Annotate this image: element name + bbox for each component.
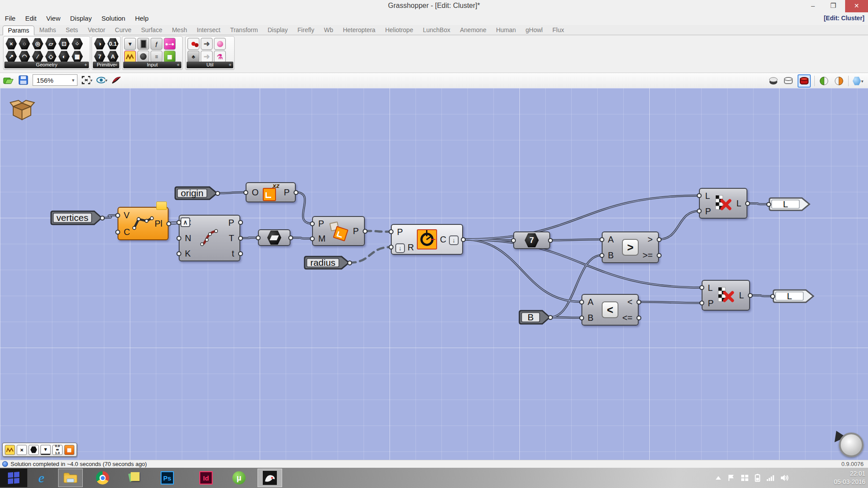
number-hex-icon[interactable]: 0.1 xyxy=(107,38,119,50)
port-grip[interactable] xyxy=(511,238,516,243)
close-button[interactable]: ✕ xyxy=(845,0,868,12)
preview-wireframe-icon[interactable] xyxy=(783,75,794,87)
halfcircle-hex-icon[interactable]: ◑ xyxy=(94,38,106,50)
zoom-extents-icon[interactable]: ▾ xyxy=(81,74,92,86)
clock[interactable]: 22:01 05-03-2016 xyxy=(834,470,865,486)
tree-photo-icon[interactable]: ♣ xyxy=(188,51,199,62)
port-grip[interactable] xyxy=(238,236,243,241)
spiral-hex-icon[interactable]: ◎ xyxy=(32,38,44,50)
toggle-icon[interactable] xyxy=(137,38,149,50)
table-widget-icon[interactable]: ▦ xyxy=(64,445,74,455)
tab-maths[interactable]: Maths xyxy=(34,26,61,34)
preview-eye-icon[interactable]: ▾ xyxy=(96,74,107,86)
circle-component[interactable]: P↓R↓C xyxy=(391,224,463,255)
file-explorer-icon[interactable] xyxy=(58,469,83,487)
port-grip[interactable] xyxy=(215,191,220,196)
port-grip[interactable] xyxy=(657,253,662,258)
graph-mapper-icon[interactable]: ƒ xyxy=(151,38,162,50)
knob-icon[interactable] xyxy=(137,51,149,62)
tab-flux[interactable]: Flux xyxy=(548,26,569,34)
port-grip[interactable] xyxy=(748,293,753,298)
port-grip[interactable] xyxy=(745,201,750,206)
caret-up-icon[interactable] xyxy=(715,476,721,480)
mesh-hex-icon[interactable]: ▦ xyxy=(71,51,83,62)
export-arrow-icon[interactable]: ➜ xyxy=(201,38,213,50)
port-grip[interactable] xyxy=(657,237,662,242)
port-grip[interactable] xyxy=(699,301,704,305)
tab-lunchbox[interactable]: LunchBox xyxy=(418,26,455,34)
internet-explorer-icon[interactable]: e xyxy=(29,469,54,487)
close-widget-icon[interactable]: × xyxy=(17,445,27,455)
tab-surface[interactable]: Surface xyxy=(136,26,167,34)
flask-icon[interactable]: ⚗ xyxy=(214,51,226,62)
menu-edit[interactable]: Edit xyxy=(20,12,41,24)
sketch-pen-icon[interactable] xyxy=(111,74,122,86)
port-grip[interactable] xyxy=(600,237,604,242)
colour-grid-icon[interactable]: ▦ xyxy=(164,51,176,62)
tab-display[interactable]: Display xyxy=(263,26,293,34)
port-grip[interactable] xyxy=(579,316,584,320)
tab-transform[interactable]: Transform xyxy=(225,26,263,34)
flatten-badge[interactable]: ↓ xyxy=(395,243,405,253)
range-widget-icon[interactable]: 0.0⏛1.0 xyxy=(52,445,63,455)
tab-ghowl[interactable]: gHowl xyxy=(521,26,548,34)
port-grip[interactable] xyxy=(243,190,248,195)
tab-human[interactable]: Human xyxy=(491,26,521,34)
pointcloud-hex-icon[interactable]: ⁘ xyxy=(71,38,83,50)
port-grip[interactable] xyxy=(697,209,702,213)
menu-file[interactable]: File xyxy=(0,12,20,24)
tab-curve[interactable]: Curve xyxy=(110,26,136,34)
start-button[interactable] xyxy=(0,469,27,487)
plane-passthrough[interactable] xyxy=(258,229,291,246)
menu-display[interactable]: Display xyxy=(65,12,96,24)
sphere-hex-icon[interactable]: ◐ xyxy=(58,51,70,62)
port-grip[interactable] xyxy=(310,221,315,226)
rectangle-hex-icon[interactable]: ◇ xyxy=(45,51,57,62)
port-grip[interactable] xyxy=(347,261,352,265)
galapagos-cherry-icon[interactable] xyxy=(188,38,199,50)
box-hex-icon[interactable]: ⊡ xyxy=(58,38,70,50)
x-hex-icon[interactable]: × xyxy=(5,38,17,50)
port-grip[interactable] xyxy=(389,245,394,250)
custom-preview-orange-icon[interactable] xyxy=(833,75,845,87)
line-hex-icon[interactable]: ∕ xyxy=(32,51,44,62)
port-grip[interactable] xyxy=(115,213,120,218)
cull-pattern-component[interactable]: LPL xyxy=(702,280,750,311)
tab-sets[interactable]: Sets xyxy=(61,26,83,34)
adjust-plane-component[interactable]: PMP xyxy=(312,216,365,246)
minimize-button[interactable]: – xyxy=(804,0,822,12)
tab-mesh[interactable]: Mesh xyxy=(167,26,192,34)
port-grip[interactable] xyxy=(363,229,368,234)
port-grip[interactable] xyxy=(256,235,261,240)
port-grip[interactable] xyxy=(100,216,105,220)
port-grip[interactable] xyxy=(177,251,181,256)
open-file-icon[interactable] xyxy=(3,74,14,86)
port-grip[interactable] xyxy=(166,221,171,226)
port-grip[interactable] xyxy=(310,236,315,241)
tab-heliotrope[interactable]: Heliotrope xyxy=(380,26,418,34)
save-file-icon[interactable] xyxy=(18,74,29,86)
slider-widget-icon[interactable] xyxy=(5,445,15,455)
smaller-than-component[interactable]: AB<<=< xyxy=(581,294,639,326)
utorrent-icon[interactable]: µ xyxy=(227,469,251,487)
larger-than-component[interactable]: AB>>=> xyxy=(602,231,659,263)
port-grip[interactable] xyxy=(115,230,120,235)
flatten-badge[interactable]: ↓ xyxy=(449,235,459,245)
arc-hex-icon[interactable]: ◠ xyxy=(18,51,30,62)
port-grip[interactable] xyxy=(636,316,641,320)
port-grip[interactable] xyxy=(766,202,771,207)
port-grip[interactable] xyxy=(548,315,553,320)
flag-icon[interactable] xyxy=(728,474,735,481)
gradient-pink-icon[interactable]: ●–● xyxy=(164,38,176,50)
tab-anemone[interactable]: Anemone xyxy=(455,26,491,34)
vector-hex-icon[interactable]: ↗ xyxy=(5,51,17,62)
port-grip[interactable] xyxy=(294,190,298,195)
tab-firefly[interactable]: Firefly xyxy=(293,26,319,34)
custom-preview-green-icon[interactable] xyxy=(818,75,830,87)
menu-solution[interactable]: Solution xyxy=(96,12,130,24)
port-grip[interactable] xyxy=(600,253,604,258)
port-grip[interactable] xyxy=(548,238,553,243)
battery-icon[interactable] xyxy=(755,474,760,482)
button-icon[interactable]: ▼ xyxy=(124,38,136,50)
menu-view[interactable]: View xyxy=(41,12,65,24)
